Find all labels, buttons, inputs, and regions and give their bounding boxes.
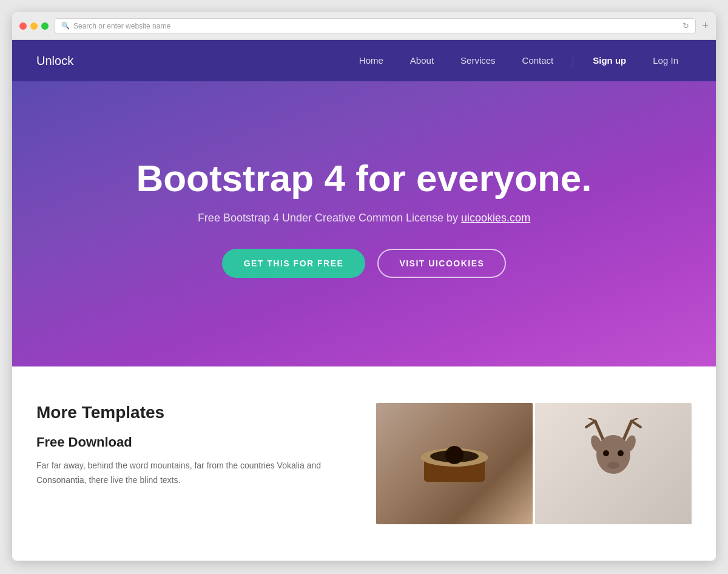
get-free-button[interactable]: GET THIS FOR FREE — [222, 249, 366, 278]
visit-uicookies-button[interactable]: VISIT UICOOKIES — [377, 249, 506, 278]
new-tab-button[interactable]: + — [702, 19, 709, 32]
content-left: More Templates Free Download Far far awa… — [36, 403, 376, 524]
close-dot[interactable] — [19, 22, 27, 30]
nav-link-about[interactable]: About — [397, 55, 447, 66]
bowl-svg — [418, 421, 491, 506]
maximize-dot[interactable] — [41, 22, 49, 30]
template-image-2 — [535, 403, 692, 524]
nav-link-home[interactable]: Home — [346, 55, 397, 66]
svg-line-11 — [632, 418, 638, 421]
address-bar[interactable]: 🔍 Search or enter website name ↻ — [55, 18, 696, 33]
hero-section: Bootstrap 4 for everyone. Free Bootstrap… — [12, 81, 716, 366]
nav-item-login[interactable]: Log In — [639, 55, 692, 66]
svg-point-13 — [603, 450, 609, 456]
content-section: More Templates Free Download Far far awa… — [12, 366, 716, 561]
nav-link-login[interactable]: Log In — [639, 55, 692, 66]
search-icon: 🔍 — [61, 22, 70, 30]
nav-link-signup[interactable]: Sign up — [579, 55, 639, 66]
nav-item-services[interactable]: Services — [447, 55, 509, 66]
deer-svg — [577, 418, 650, 509]
hero-buttons: GET THIS FOR FREE VISIT UICOOKIES — [222, 249, 507, 278]
section-description: Far far away, behind the word mountains,… — [36, 459, 352, 488]
svg-point-14 — [618, 450, 624, 456]
nav-divider — [573, 55, 573, 67]
svg-line-10 — [632, 421, 641, 427]
website: Unlock Home About Services Contact Sign … — [12, 40, 716, 561]
hero-title: Bootstrap 4 for everyone. — [136, 158, 592, 199]
section-tag: More Templates — [36, 403, 352, 422]
hero-subtitle: Free Bootstrap 4 Under Creative Common L… — [198, 212, 530, 225]
deer-image — [535, 403, 692, 524]
nav-item-contact[interactable]: Contact — [509, 55, 567, 66]
nav-item-signup[interactable]: Sign up — [579, 55, 639, 66]
svg-point-15 — [607, 462, 619, 469]
svg-line-7 — [586, 421, 595, 427]
hero-subtitle-link[interactable]: uicookies.com — [461, 212, 530, 224]
nav-item-about[interactable]: About — [397, 55, 447, 66]
browser-window: 🔍 Search or enter website name ↻ + Unloc… — [12, 12, 716, 561]
navbar-brand[interactable]: Unlock — [36, 54, 73, 68]
bowl-image — [376, 403, 533, 524]
template-image-1 — [376, 403, 533, 524]
svg-point-5 — [445, 446, 463, 464]
svg-line-8 — [589, 418, 595, 421]
browser-chrome: 🔍 Search or enter website name ↻ + — [12, 12, 716, 40]
refresh-icon[interactable]: ↻ — [682, 21, 689, 30]
hero-subtitle-text: Free Bootstrap 4 Under Creative Common L… — [198, 212, 461, 224]
nav-link-contact[interactable]: Contact — [509, 55, 567, 66]
navbar-nav: Home About Services Contact Sign up Log … — [346, 55, 692, 67]
content-images — [376, 403, 692, 524]
nav-item-home[interactable]: Home — [346, 55, 397, 66]
browser-dots — [19, 22, 49, 30]
address-bar-placeholder: Search or enter website name — [73, 22, 679, 30]
navbar: Unlock Home About Services Contact Sign … — [12, 40, 716, 81]
nav-link-services[interactable]: Services — [447, 55, 509, 66]
section-subtitle: Free Download — [36, 434, 352, 450]
minimize-dot[interactable] — [30, 22, 38, 30]
